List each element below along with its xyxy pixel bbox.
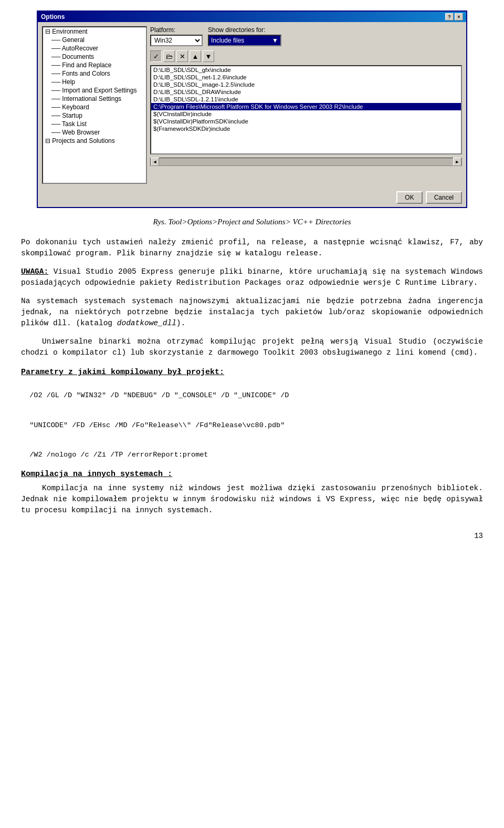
down-button[interactable]: ▼ bbox=[203, 50, 214, 62]
tree-item-fonts-colors[interactable]: ── Fonts and Colors bbox=[43, 69, 146, 78]
kompilacja-text: Kompilacja na inne systemy niż windows j… bbox=[21, 483, 483, 516]
uwaga-label: UWAGA: bbox=[21, 267, 48, 276]
platform-group: Platform: Win32 bbox=[150, 26, 203, 46]
dialog-buttons: OK Cancel bbox=[38, 188, 466, 207]
tree-panel[interactable]: ⊟ Environment ── General ── AutoRecover … bbox=[42, 26, 147, 184]
tree-scroll[interactable]: ⊟ Environment ── General ── AutoRecover … bbox=[43, 27, 146, 180]
figure-caption: Rys. Tool>Options>Project and Solutions>… bbox=[21, 218, 483, 226]
dir-item[interactable]: $(VCInstallDir)include bbox=[151, 110, 461, 118]
platform-label: Platform: bbox=[150, 26, 203, 34]
showdir-label: Show directories for: bbox=[208, 26, 281, 34]
check-button[interactable]: ✓ bbox=[150, 50, 162, 62]
up-button[interactable]: ▲ bbox=[190, 50, 201, 62]
dialog-content: ⊟ Environment ── General ── AutoRecover … bbox=[38, 22, 466, 188]
universal-paragraph: Uniwersalne binarki można otrzymać kompi… bbox=[21, 336, 483, 358]
tree-item-environment[interactable]: ⊟ Environment bbox=[43, 27, 146, 36]
tree-item-webbrowser[interactable]: ── Web Browser bbox=[43, 128, 146, 137]
uwaga-paragraph: UWAGA: Visual Studio 2005 Express generu… bbox=[21, 266, 483, 288]
tree-item-import-export[interactable]: ── Import and Export Settings bbox=[43, 86, 146, 95]
dir-item[interactable]: D:\LIB_SDL\SDL_net-1.2.6\include bbox=[151, 74, 461, 81]
right-top-row: Platform: Win32 Show directories for: In… bbox=[150, 26, 462, 46]
tree-item-autorecover[interactable]: ── AutoRecover bbox=[43, 44, 146, 53]
showdir-group: Show directories for: Include files ▼ bbox=[208, 26, 281, 46]
close-button[interactable]: × bbox=[455, 13, 463, 20]
dialog-titlebar: Options ? × bbox=[38, 12, 466, 22]
options-dialog: Options ? × ⊟ Environment ── General ── … bbox=[37, 11, 467, 208]
directory-list[interactable]: D:\LIB_SDL\SDL_gfx\include D:\LIB_SDL\SD… bbox=[150, 65, 462, 154]
dir-item[interactable]: $(FrameworkSDKDir)include bbox=[151, 125, 461, 132]
dir-item[interactable]: D:\LIB_SDL\SDL_image-1.2.5\include bbox=[151, 81, 461, 88]
tree-item-keyboard[interactable]: ── Keyboard bbox=[43, 103, 146, 111]
help-button[interactable]: ? bbox=[445, 13, 454, 20]
uwaga-body: Visual Studio 2005 Express generuje plik… bbox=[21, 267, 483, 287]
systems-paragraph: Na systemach systemach systemach najnows… bbox=[21, 296, 483, 329]
code-line1: /O2 /GL /D "WIN32" /D "NDEBUG" /D "_CONS… bbox=[29, 391, 289, 399]
tree-item-international[interactable]: ── International Settings bbox=[43, 95, 146, 103]
scroll-right-button[interactable]: ► bbox=[453, 158, 461, 166]
systems-text: Na systemach systemach systemach najnows… bbox=[21, 296, 483, 329]
options-dialog-wrapper: Options ? × ⊟ Environment ── General ── … bbox=[21, 11, 483, 208]
kompilacja-paragraph: Kompilacja na inne systemy niż windows j… bbox=[21, 483, 483, 516]
code-line3: /W2 /nologo /c /Zi /TP /errorReport:prom… bbox=[29, 451, 208, 459]
tree-item-tasklist[interactable]: ── Task List bbox=[43, 120, 146, 128]
kompilacja-heading: Kompilacja na innych systemach : bbox=[21, 470, 483, 479]
right-panel: Platform: Win32 Show directories for: In… bbox=[150, 26, 462, 184]
tree-item-general[interactable]: ── General bbox=[43, 36, 146, 44]
tree-item-documents[interactable]: ── Documents bbox=[43, 53, 146, 61]
scroll-left-button[interactable]: ◄ bbox=[151, 158, 159, 166]
showdir-value: Include files bbox=[211, 37, 272, 44]
code-line2: "UNICODE" /FD /EHsc /MD /Fo"Release\\" /… bbox=[29, 421, 285, 429]
cancel-button[interactable]: Cancel bbox=[426, 191, 462, 204]
intro-paragraph: Po dokonaniu tych ustawień należy zmieni… bbox=[21, 237, 483, 259]
tree-item-startup[interactable]: ── Startup bbox=[43, 111, 146, 120]
dir-item[interactable]: $(VCInstallDir)PlatformSDK\include bbox=[151, 118, 461, 125]
universal-text: Uniwersalne binarki można otrzymać kompi… bbox=[21, 336, 483, 358]
systems-body: Na systemach systemach systemach najnows… bbox=[21, 297, 483, 327]
horizontal-scrollbar[interactable]: ◄ ► bbox=[150, 158, 462, 166]
params-heading: Parametry z jakimi kompilowany był proje… bbox=[21, 368, 483, 377]
dialog-title: Options bbox=[41, 13, 65, 20]
code-block: /O2 /GL /D "WIN32" /D "NDEBUG" /D "_CONS… bbox=[21, 381, 483, 460]
dir-item[interactable]: D:\LIB_SDL\SDL-1.2.11\include bbox=[151, 96, 461, 103]
platform-select[interactable]: Win32 bbox=[150, 35, 203, 46]
delete-button[interactable]: ✕ bbox=[176, 50, 188, 62]
showdir-dropdown-icon: ▼ bbox=[272, 37, 278, 44]
dir-item[interactable]: D:\LIB_SDL\SDL_gfx\include bbox=[151, 66, 461, 74]
showdir-select[interactable]: Include files ▼ bbox=[208, 35, 281, 46]
tree-item-projects-solutions[interactable]: ⊟ Projects and Solutions bbox=[43, 137, 146, 145]
systems-body2: ). bbox=[176, 319, 185, 327]
toolbar-row: ✓ 🗁 ✕ ▲ ▼ bbox=[150, 50, 462, 62]
page-number: 13 bbox=[21, 532, 483, 540]
dir-item-selected[interactable]: C:\Program Files\Microsoft Platform SDK … bbox=[151, 103, 461, 110]
titlebar-buttons: ? × bbox=[445, 13, 463, 20]
ok-button[interactable]: OK bbox=[396, 191, 422, 204]
tree-item-find-replace[interactable]: ── Find and Replace bbox=[43, 61, 146, 69]
dodatkowe-dll: dodatkowe_dll bbox=[117, 319, 176, 327]
folder-button[interactable]: 🗁 bbox=[163, 50, 175, 62]
uwaga-text: UWAGA: Visual Studio 2005 Express generu… bbox=[21, 266, 483, 288]
tree-item-help[interactable]: ── Help bbox=[43, 78, 146, 86]
dir-item[interactable]: D:\LIB_SDL\SDL_DRAW\include bbox=[151, 88, 461, 96]
intro-text: Po dokonaniu tych ustawień należy zmieni… bbox=[21, 237, 483, 259]
scrollbar-track[interactable] bbox=[159, 158, 453, 165]
